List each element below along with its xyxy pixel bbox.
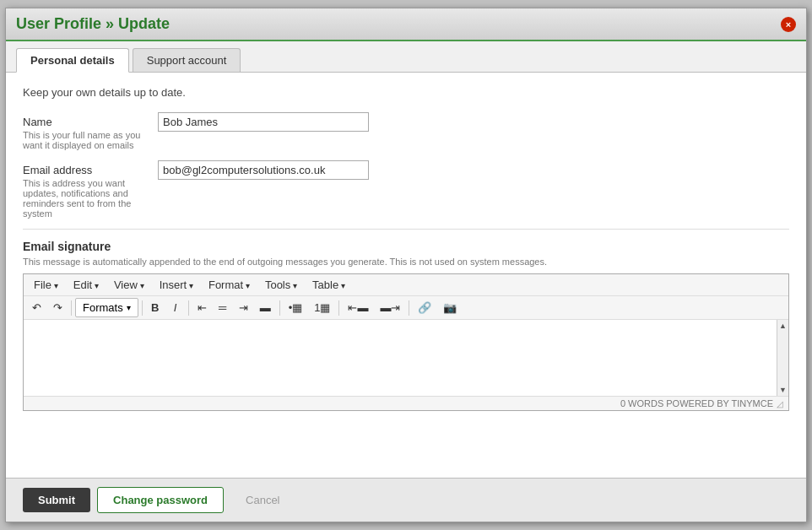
redo-button[interactable]: ↷ [48,299,68,317]
email-input[interactable] [158,160,369,180]
menu-table[interactable]: Table [306,276,352,294]
tab-bar: Personal details Support account [6,41,806,73]
tinymce-editor-wrapper: File Edit View Insert Format Tools Table… [23,273,789,411]
signature-label: Email signature [23,240,789,253]
signature-hint: This message is automatically appended t… [23,257,789,267]
close-button[interactable]: × [781,17,796,32]
section-divider [23,229,789,230]
editor-statusbar: 0 WORDS POWERED BY TINYMCE ◿ [24,396,788,410]
editor-content-area[interactable] [24,320,788,396]
tab-personal-details[interactable]: Personal details [16,48,129,73]
scroll-down-arrow[interactable]: ▼ [777,384,789,396]
signature-field-group: Email signature This message is automati… [23,240,789,411]
ordered-list-button[interactable]: 1▦ [309,299,335,317]
name-row: Name This is your full name as you want … [23,112,789,150]
align-center-button[interactable]: ═ [214,299,232,317]
align-justify-button[interactable]: ▬ [255,299,276,317]
toolbar-sep-6 [409,300,409,316]
align-right-button[interactable]: ⇥ [234,299,253,317]
formats-dropdown[interactable]: Formats [75,298,138,317]
menu-tools[interactable]: Tools [258,276,304,294]
title-bar: User Profile » Update × [6,8,806,41]
menu-format[interactable]: Format [202,276,257,294]
word-count: 0 WORDS POWERED BY TINYMCE [620,398,773,408]
link-button[interactable]: 🔗 [413,299,436,317]
menu-view[interactable]: View [107,276,151,294]
dialog-footer: Submit Change password Cancel [6,478,806,522]
editor-scrollbar[interactable]: ▲ ▼ [777,320,788,396]
page-subtitle: Keep your own details up to date. [23,86,789,99]
name-label: Name [23,116,158,128]
toolbar-sep-1 [71,300,72,316]
undo-button[interactable]: ↶ [27,299,46,317]
align-left-button[interactable]: ⇤ [192,299,212,317]
dialog: User Profile » Update × Personal details… [5,8,807,522]
editor-menubar: File Edit View Insert Format Tools Table [24,274,788,296]
email-hint: This is address you want updates, notifi… [23,178,158,219]
bold-button[interactable]: B [146,299,165,317]
submit-button[interactable]: Submit [23,488,90,512]
email-row: Email address This is address you want u… [23,160,789,219]
email-label: Email address [23,164,158,176]
image-button[interactable]: 📷 [438,299,462,317]
editor-area-wrapper: ▲ ▼ [24,320,788,396]
unordered-list-button[interactable]: •▦ [284,299,308,317]
email-field-group: Email address This is address you want u… [23,160,789,219]
name-input[interactable] [158,112,369,132]
menu-insert[interactable]: Insert [153,276,200,294]
toolbar-sep-4 [279,300,280,316]
scroll-up-arrow[interactable]: ▲ [777,320,789,332]
resize-handle[interactable]: ◿ [777,399,783,408]
cancel-button[interactable]: Cancel [230,488,295,512]
outdent-button[interactable]: ⇤▬ [343,299,373,317]
name-field-group: Name This is your full name as you want … [23,112,789,150]
tab-support-account[interactable]: Support account [133,48,241,72]
change-password-button[interactable]: Change password [97,487,224,513]
menu-file[interactable]: File [27,276,65,294]
italic-button[interactable]: I [166,299,185,317]
toolbar-sep-5 [338,300,339,316]
content-area: Keep your own details up to date. Name T… [6,73,806,478]
dialog-title: User Profile » Update [16,15,170,33]
toolbar-sep-2 [142,300,143,316]
toolbar-sep-3 [188,300,189,316]
editor-toolbar: ↶ ↷ Formats B I ⇤ ═ ⇥ ▬ [24,296,788,320]
name-hint: This is your full name as you want it di… [23,130,158,150]
menu-edit[interactable]: Edit [67,276,106,294]
indent-button[interactable]: ▬⇥ [375,299,405,317]
